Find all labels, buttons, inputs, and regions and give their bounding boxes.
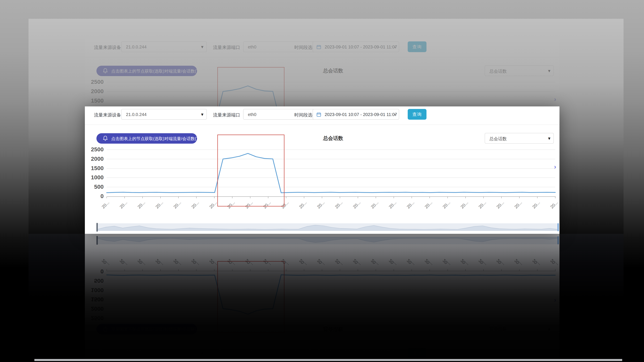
x-axis-label: 20... <box>473 200 487 214</box>
bell-icon <box>103 136 108 142</box>
gridline <box>107 149 555 150</box>
x-axis-label: 20... <box>545 200 559 214</box>
port-select-label: 流量来源端口 <box>213 112 240 118</box>
brush-left-handle[interactable] <box>96 223 98 232</box>
zoom-highlight-rect[interactable] <box>217 135 284 206</box>
x-axis-label: 20... <box>366 200 380 214</box>
x-axis-label: 20... <box>401 200 416 214</box>
x-axis-label: 20... <box>527 200 541 214</box>
x-axis-tick <box>537 197 538 198</box>
x-axis-tick <box>304 197 304 198</box>
hint-pill-text: 点击图表上的节点获取(选取)对端流量/会话数(TOP20)详情 <box>111 136 219 141</box>
x-axis-tick <box>196 197 196 198</box>
metric-select-value: 总会话数 <box>489 136 507 142</box>
calendar-icon <box>316 112 321 118</box>
traffic-device-select[interactable]: 21.0.0.244 ▾ <box>121 109 207 120</box>
x-axis-label: 20... <box>294 200 308 214</box>
x-axis-tick <box>124 197 125 198</box>
x-axis-tick <box>501 197 502 198</box>
panel-reflection: 流量来源设备 21.0.0.244 ▾ 流量来源端口 eth0 ▾ 时间段选择 … <box>28 234 624 362</box>
brush-overview-area <box>98 224 558 231</box>
device-select-value: 21.0.0.244 <box>126 112 146 117</box>
chevron-down-icon: ▾ <box>201 112 204 117</box>
x-axis-label: 20... <box>330 200 344 214</box>
scene: 流量来源设备 21.0.0.244 ▾ 流量来源端口 eth0 ▾ 时间段选择 … <box>0 0 644 362</box>
chart-title: 总会话数 <box>283 135 384 142</box>
time-range-picker[interactable]: 2023-09-01 10:07 - 2023-09-01 11:07 ▾ <box>312 109 399 120</box>
x-axis-label: 20... <box>509 200 523 214</box>
gridline <box>107 159 555 159</box>
metric-select[interactable]: 总会话数 ▾ <box>485 133 554 144</box>
x-axis-label: 20... <box>204 200 218 214</box>
x-axis-label: 20... <box>437 200 451 214</box>
y-axis-label: 1500 <box>85 165 104 171</box>
y-axis-label: 0 <box>85 193 104 199</box>
chevron-down-icon: ▾ <box>548 136 550 141</box>
gridline <box>107 168 555 169</box>
brush-right-handle[interactable] <box>558 223 559 231</box>
x-axis-tick <box>555 197 556 198</box>
chart-panel: 流量来源设备 21.0.0.244 ▾ 流量来源端口 eth0 ▾ 时间段选择 … <box>85 106 560 234</box>
x-axis-label: 20... <box>168 200 182 214</box>
x-axis-tick <box>142 197 143 198</box>
toolbar-divider <box>85 124 560 125</box>
x-axis-tick <box>106 197 107 198</box>
y-axis-label: 1000 <box>85 174 104 181</box>
x-axis-label: 20... <box>186 200 200 214</box>
line-series-layer <box>85 106 560 234</box>
x-axis-tick <box>430 197 430 198</box>
x-axis-label: 20... <box>96 200 110 214</box>
port-select-value: eth0 <box>248 112 256 117</box>
x-axis-tick <box>466 197 466 198</box>
x-axis-tick <box>483 197 484 198</box>
x-axis-tick <box>519 197 520 198</box>
x-axis-label: 20... <box>455 200 469 214</box>
time-range-value: 2023-09-01 10:07 - 2023-09-01 11:07 <box>325 112 397 117</box>
x-axis-label: 20... <box>384 200 398 214</box>
hint-pill[interactable]: 点击图表上的节点获取(选取)对端流量/会话数(TOP20)详情 <box>96 133 197 144</box>
x-axis-label: 20... <box>150 200 164 214</box>
y-axis-label: 2500 <box>85 146 104 153</box>
x-axis-tick <box>340 197 340 198</box>
x-axis-label: 20... <box>419 200 433 214</box>
x-axis-label: 20... <box>491 200 505 214</box>
x-axis-tick <box>160 197 161 198</box>
x-axis-tick <box>412 197 412 198</box>
x-axis-label: 20... <box>114 200 128 214</box>
x-axis-label: 20... <box>132 200 146 214</box>
gridline <box>107 177 555 178</box>
device-select-label: 流量来源设备 <box>94 112 121 118</box>
x-axis-tick <box>448 197 448 198</box>
x-axis-tick <box>358 197 358 198</box>
x-axis-tick <box>178 197 178 198</box>
x-axis-line <box>107 196 556 197</box>
datazoom-brush[interactable] <box>98 223 558 231</box>
x-axis-label: 20... <box>348 200 362 214</box>
caret-icon: ▾ <box>394 113 396 117</box>
query-button[interactable]: 查询 <box>408 109 426 120</box>
x-axis-tick <box>322 197 322 198</box>
gridline <box>107 187 555 187</box>
x-axis-tick <box>394 197 394 198</box>
y-axis-label: 2000 <box>85 156 104 162</box>
x-axis-tick <box>376 197 376 198</box>
floor-edge-line <box>34 359 622 361</box>
reflection-fade-overlay <box>28 234 624 362</box>
x-axis-tick <box>214 197 214 198</box>
chevron-right-icon[interactable]: › <box>554 163 556 170</box>
x-axis-tick <box>286 197 286 198</box>
y-axis-label: 500 <box>85 184 104 190</box>
x-axis-label: 20... <box>312 200 326 214</box>
